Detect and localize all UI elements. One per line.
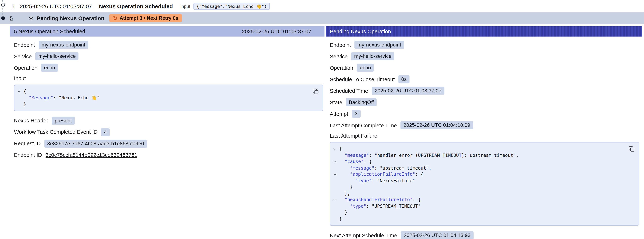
code-line-text: {: [24, 88, 26, 94]
chevron-down-icon[interactable]: [333, 147, 336, 150]
field-row: Operation echo: [14, 64, 324, 72]
code-line: {: [330, 146, 626, 152]
scheduled-event-header[interactable]: 5 Nexus Operation Scheduled 2025-02-26 U…: [10, 26, 324, 36]
code-collapse-toggle[interactable]: [330, 158, 339, 165]
code-line-text: "type": "UPSTREAM_TIMEOUT": [339, 203, 421, 209]
pending-event-id-link[interactable]: 5: [10, 15, 13, 21]
field-row: Request ID 3e829b7e-7d67-4b08-aad3-b1e86…: [14, 140, 324, 148]
pending-operation-header-title: Pending Nexus Operation: [330, 28, 391, 34]
code-line-text: "applicationFailureInfo": {: [339, 171, 424, 178]
field-row: State BackingOff: [330, 98, 642, 106]
field-label: Request ID: [14, 140, 41, 146]
scheduled-event-header-timestamp: 2025-02-26 UTC 01:03:37.07: [242, 28, 311, 34]
code-line-text: }: [339, 216, 342, 222]
code-collapse-toggle[interactable]: [14, 101, 24, 108]
field-label: Endpoint ID: [14, 152, 42, 158]
pending-operation-panel: Pending Nexus Operation Endpoint my-nexu…: [326, 26, 642, 239]
field-row: Scheduled Time 2025-02-26 UTC 01:03:37.0…: [330, 86, 642, 95]
field-row: Endpoint my-nexus-endpoint: [330, 41, 642, 49]
code-collapse-toggle[interactable]: [330, 190, 339, 197]
chevron-down-icon[interactable]: [18, 89, 20, 92]
code-line-text: "nexusHandlerFailureInfo": {: [339, 197, 421, 203]
code-line-text: }: [24, 101, 26, 108]
app-root: 5 2025-02-26 UTC 01:03:37.07 Nexus Opera…: [0, 0, 644, 239]
next-attempt-field: Next Attempt Schedule Time 2025-02-26 UT…: [330, 231, 642, 239]
field-label: State: [330, 99, 342, 106]
field-label: Endpoint: [330, 42, 351, 48]
code-line-text: }: [339, 184, 352, 190]
code-collapse-toggle[interactable]: [330, 203, 339, 209]
pending-operation-header[interactable]: Pending Nexus Operation: [326, 26, 642, 36]
chevron-down-icon[interactable]: [333, 160, 336, 162]
field-label: Operation: [14, 64, 37, 71]
copy-button[interactable]: [628, 146, 635, 152]
code-collapse-toggle[interactable]: [330, 152, 339, 158]
pending-asterisk-icon: [28, 15, 34, 21]
field-value-chip: my-nexus-endpoint: [354, 41, 404, 49]
code-line: "applicationFailureInfo": {: [330, 171, 626, 178]
copy-button[interactable]: [312, 88, 319, 94]
field-label: Last Attempt Complete Time: [330, 122, 397, 128]
code-collapse-toggle[interactable]: [330, 216, 339, 222]
code-collapse-toggle[interactable]: [330, 165, 339, 171]
field-value-chip: 0s: [398, 75, 410, 84]
failure-json: { "message": "handler error (UPSTREAM_TI…: [330, 146, 626, 222]
code-line-text: },: [339, 190, 350, 197]
field-row: Service my-hello-service: [14, 52, 324, 60]
code-line: },: [330, 190, 626, 197]
code-line: "cause": {: [330, 158, 626, 165]
code-line: }: [14, 101, 311, 108]
chevron-down-icon[interactable]: [333, 172, 336, 175]
failure-code-block: { "message": "handler error (UPSTREAM_TI…: [330, 142, 639, 226]
scheduled-event-fields-bottom: Nexus Header present Workflow Task Compl…: [14, 116, 324, 159]
code-line-text: {: [339, 146, 342, 152]
history-event-row[interactable]: 5 2025-02-26 UTC 01:03:37.07 Nexus Opera…: [0, 0, 644, 12]
code-collapse-toggle[interactable]: [330, 178, 339, 184]
field-value-chip: present: [52, 116, 75, 124]
field-value-chip: echo: [41, 64, 58, 72]
field-label: Service: [14, 53, 32, 60]
scheduled-event-body: Endpoint my-nexus-endpoint Service my-he…: [10, 36, 324, 166]
code-line-text: "message": "handler error (UPSTREAM_TIME…: [339, 152, 518, 158]
input-code-block: { "Message": "Nexus Echo 👋" }: [14, 84, 323, 111]
retry-badge: ↻ Attempt 3 • Next Retry 0s: [109, 14, 182, 22]
event-timestamp: 2025-02-26 UTC 01:03:37.07: [20, 3, 92, 9]
field-label: Schedule To Close Timeout: [330, 76, 395, 82]
field-row: Endpoint ID 3c0c75ccfa8144b092c13ce63246…: [14, 151, 324, 159]
field-label: Operation: [330, 64, 353, 71]
code-line: "Message": "Nexus Echo 👋": [14, 94, 311, 101]
code-collapse-toggle[interactable]: [330, 197, 339, 203]
code-collapse-toggle[interactable]: [330, 146, 339, 152]
event-id-link[interactable]: 5: [12, 3, 14, 9]
code-line: }: [330, 209, 626, 216]
field-row: Workflow Task Completed Event ID 4: [14, 128, 324, 136]
event-title: Nexus Operation Scheduled: [99, 3, 173, 9]
code-collapse-toggle[interactable]: [14, 94, 24, 101]
code-collapse-toggle[interactable]: [330, 184, 339, 190]
field-value-link[interactable]: 3c0c75ccfa8144b092c13ce632463761: [46, 152, 137, 158]
field-value-chip: 3e829b7e-7d67-4b08-aad3-b1e868bfe9e0: [44, 140, 147, 148]
field-label: Scheduled Time: [330, 88, 368, 94]
field-value-chip: my-nexus-endpoint: [39, 41, 88, 49]
code-collapse-toggle[interactable]: [330, 171, 339, 178]
code-line-text: }: [339, 209, 347, 216]
field-label: Workflow Task Completed Event ID: [14, 129, 98, 135]
code-line-text: "type": "NexusFailure": [339, 178, 415, 184]
event-detail-area: 5 Nexus Operation Scheduled 2025-02-26 U…: [10, 26, 644, 239]
field-value-chip: 2025-02-26 UTC 01:04:13.93: [401, 231, 474, 239]
field-row: Endpoint my-nexus-endpoint: [14, 41, 324, 49]
pending-operation-row[interactable]: 5 Pending Nexus Operation ↻ Attempt 3 • …: [0, 12, 644, 24]
input-json: { "Message": "Nexus Echo 👋" }: [14, 88, 311, 107]
retry-badge-label: Attempt 3 • Next Retry 0s: [120, 15, 178, 21]
field-value-chip: echo: [357, 64, 374, 72]
code-collapse-toggle[interactable]: [330, 209, 339, 216]
code-line: }: [330, 184, 626, 190]
chevron-down-icon[interactable]: [333, 198, 336, 201]
field-value-chip: 4: [101, 128, 110, 136]
field-value-chip: my-hello-service: [36, 52, 79, 60]
scheduled-event-header-title: 5 Nexus Operation Scheduled: [14, 28, 85, 34]
code-line: "type": "UPSTREAM_TIMEOUT": [330, 203, 626, 209]
event-input-preview[interactable]: {"Message":"Nexus Echo 👋"}: [194, 3, 270, 10]
field-row: Attempt 3: [330, 110, 642, 118]
code-collapse-toggle[interactable]: [14, 88, 24, 94]
